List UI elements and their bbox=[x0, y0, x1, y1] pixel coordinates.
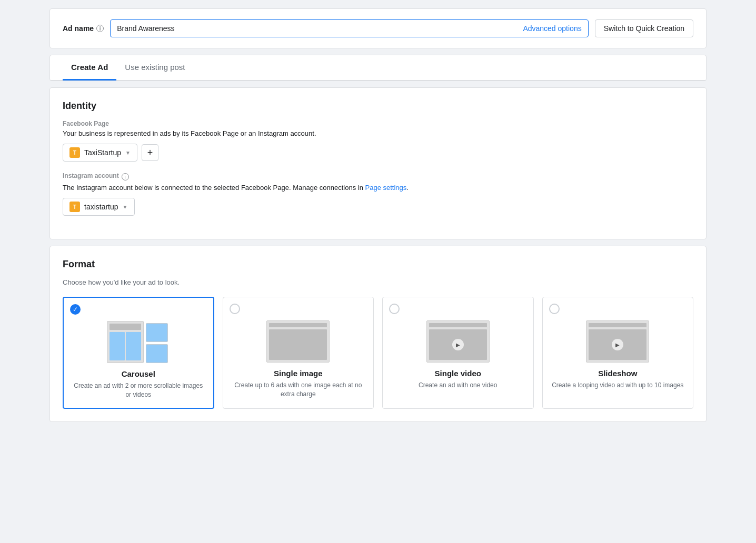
taxistartup-instagram-icon: T bbox=[69, 202, 80, 212]
ad-name-label: Ad name i bbox=[63, 24, 104, 33]
facebook-page-chevron-icon: ▼ bbox=[125, 150, 131, 156]
instagram-account-desc: The Instagram account below is connected… bbox=[63, 184, 693, 192]
format-card-carousel[interactable]: ✓ bbox=[63, 297, 214, 409]
identity-section: Identity Facebook Page Your business is … bbox=[49, 87, 707, 239]
tabs-nav: Create Ad Use existing post bbox=[50, 55, 706, 81]
instagram-info-icon[interactable]: i bbox=[122, 173, 129, 180]
slideshow-desc: Create a looping video ad with up to 10 … bbox=[551, 381, 685, 390]
ad-name-text: Ad name bbox=[63, 24, 94, 33]
single-image-name: Single image bbox=[232, 369, 365, 378]
facebook-page-row: T TaxiStartup ▼ + bbox=[63, 144, 693, 162]
taxistartup-page-icon: T bbox=[69, 147, 80, 158]
slideshow-play-icon: ▶ bbox=[612, 339, 623, 350]
carousel-radio: ✓ bbox=[70, 304, 81, 315]
instagram-label-row: Instagram account i bbox=[63, 172, 693, 182]
add-facebook-page-button[interactable]: + bbox=[142, 144, 158, 161]
facebook-page-group: Facebook Page Your business is represent… bbox=[63, 120, 693, 162]
format-card-slideshow[interactable]: ▶ Slideshow Create a looping video ad wi… bbox=[542, 297, 694, 409]
ad-name-row: Ad name i Brand Awareness Advanced optio… bbox=[63, 19, 693, 37]
single-image-radio bbox=[230, 304, 240, 314]
instagram-chevron-icon: ▼ bbox=[123, 204, 128, 210]
switch-to-quick-creation-button[interactable]: Switch to Quick Creation bbox=[595, 19, 693, 37]
instagram-account-label: Instagram account bbox=[63, 172, 119, 179]
tabs-section: Create Ad Use existing post bbox=[49, 55, 707, 81]
single-video-preview: ▶ bbox=[426, 320, 490, 363]
carousel-checkmark: ✓ bbox=[73, 306, 78, 313]
facebook-page-label: Facebook Page bbox=[63, 120, 693, 127]
ad-name-card: Ad name i Brand Awareness Advanced optio… bbox=[49, 8, 707, 48]
format-card-single-video[interactable]: ▶ Single video Create an ad with one vid… bbox=[382, 297, 534, 409]
identity-title: Identity bbox=[63, 100, 693, 112]
instagram-account-dropdown[interactable]: T taxistartup ▼ bbox=[63, 198, 135, 216]
single-video-radio bbox=[389, 304, 400, 314]
page-settings-link[interactable]: Page settings bbox=[365, 184, 407, 192]
slideshow-name: Slideshow bbox=[551, 369, 685, 378]
single-video-name: Single video bbox=[391, 369, 525, 378]
format-title: Format bbox=[63, 259, 693, 270]
facebook-page-desc: Your business is represented in ads by i… bbox=[63, 129, 693, 137]
single-video-desc: Create an ad with one video bbox=[391, 381, 525, 390]
instagram-account-group: Instagram account i The Instagram accoun… bbox=[63, 172, 693, 216]
tab-use-existing-post[interactable]: Use existing post bbox=[116, 55, 193, 81]
single-image-desc: Create up to 6 ads with one image each a… bbox=[232, 381, 365, 399]
facebook-page-dropdown[interactable]: T TaxiStartup ▼ bbox=[63, 144, 137, 162]
ad-name-value: Brand Awareness bbox=[117, 24, 174, 33]
carousel-desc: Create an ad with 2 or more scrollable i… bbox=[72, 381, 205, 399]
ad-name-info-icon[interactable]: i bbox=[96, 25, 104, 32]
single-image-preview bbox=[266, 320, 330, 363]
slideshow-preview: ▶ bbox=[586, 320, 649, 363]
instagram-account-row: T taxistartup ▼ bbox=[63, 198, 693, 216]
video-play-icon: ▶ bbox=[452, 339, 464, 350]
ad-name-input-wrapper[interactable]: Brand Awareness Advanced options bbox=[110, 19, 589, 37]
page-wrapper: Ad name i Brand Awareness Advanced optio… bbox=[41, 0, 715, 430]
tab-create-ad[interactable]: Create Ad bbox=[63, 55, 116, 81]
format-section: Format Choose how you'd like your ad to … bbox=[49, 246, 707, 422]
format-card-single-image[interactable]: Single image Create up to 6 ads with one… bbox=[223, 297, 374, 409]
advanced-options-link[interactable]: Advanced options bbox=[523, 24, 581, 33]
carousel-preview bbox=[107, 321, 170, 363]
format-desc: Choose how you'd like your ad to look. bbox=[63, 278, 693, 286]
instagram-account-name: taxistartup bbox=[84, 203, 118, 211]
slideshow-radio bbox=[549, 304, 560, 314]
facebook-page-name: TaxiStartup bbox=[84, 148, 121, 157]
format-cards-row: ✓ bbox=[63, 297, 693, 409]
carousel-name: Carousel bbox=[72, 369, 205, 378]
